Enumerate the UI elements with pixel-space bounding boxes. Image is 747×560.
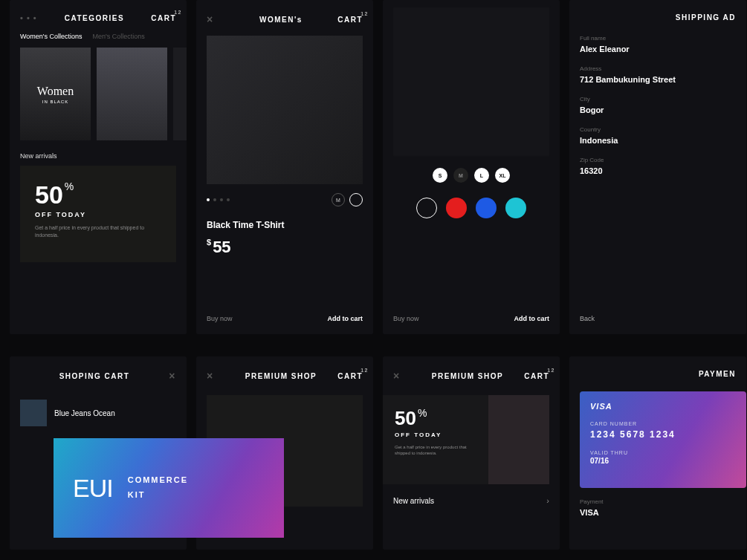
chevron-right-icon: › <box>546 496 549 505</box>
category-card[interactable]: Women IN BLACK <box>20 48 91 140</box>
cart-count-badge: 12 <box>547 368 555 373</box>
panel-title: SHOPING CART <box>42 372 146 380</box>
premium-shop-panel: × PREMIUM SHOP CART12 50% OFF TODAY Get … <box>383 356 560 550</box>
promo-description: Get a half price in every product that s… <box>35 224 161 239</box>
payment-value[interactable]: VISA <box>580 508 736 517</box>
field-label: Zip Code <box>580 157 736 163</box>
cart-link[interactable]: CART12 <box>333 16 363 24</box>
promo-number: 50 <box>35 180 63 209</box>
size-option[interactable]: M <box>332 193 345 206</box>
cart-link[interactable]: CART12 <box>146 14 176 22</box>
card-number: 1234 5678 1234 <box>590 429 736 440</box>
cart-item-thumb <box>20 400 47 426</box>
category-card[interactable] <box>97 48 167 140</box>
add-to-cart-button[interactable]: Add to cart <box>514 315 549 322</box>
promo-banner[interactable]: 50% OFF TODAY Get a half price in every … <box>20 166 176 262</box>
color-swatch[interactable] <box>505 198 526 218</box>
color-selector <box>383 192 560 224</box>
buy-now-button[interactable]: Buy now <box>207 315 327 322</box>
eui-brand-overlay: EUI COMMERCE KIT <box>54 438 284 538</box>
back-button[interactable]: Back <box>569 303 746 334</box>
panel-title: CATEGORIES <box>42 14 146 22</box>
new-arrivals-label: New arrivals <box>10 140 187 166</box>
variant-panel: S M L XL Buy now Add to cart <box>383 0 560 334</box>
category-card[interactable] <box>173 48 187 140</box>
card-brand: VISA <box>590 402 736 411</box>
field-value[interactable]: Bogor <box>580 105 736 114</box>
size-option[interactable]: XL <box>495 168 510 183</box>
close-icon[interactable]: × <box>146 370 176 382</box>
categories-panel: • • • CATEGORIES CART12 Women's Collecti… <box>10 0 187 334</box>
buy-now-button[interactable]: Buy now <box>393 315 514 322</box>
field-value[interactable]: 16320 <box>580 166 736 175</box>
promo-percent: % <box>418 407 427 419</box>
promo-percent: % <box>65 180 74 192</box>
field-label: City <box>580 96 736 102</box>
menu-icon[interactable]: • • • <box>20 13 42 22</box>
cart-count-badge: 12 <box>360 11 369 16</box>
field-value[interactable]: 712 Bambukuning Street <box>580 75 736 84</box>
panel-title: SHIPPING AD <box>602 13 736 22</box>
field-label: Address <box>580 65 736 72</box>
field-label: Country <box>580 126 736 133</box>
new-arrivals-link[interactable]: New arrivals › <box>383 484 560 517</box>
promo-number: 50 <box>395 407 416 430</box>
card-number-label: CARD NUMBER <box>590 421 736 426</box>
product-price: $55 <box>196 235 373 260</box>
promo-banner[interactable]: 50% OFF TODAY Get a half price in every … <box>383 395 549 484</box>
field-value[interactable]: Indonesia <box>580 136 736 145</box>
size-option[interactable]: S <box>433 168 447 183</box>
panel-title: PAYMEN <box>602 370 736 378</box>
product-image[interactable] <box>207 36 363 184</box>
payment-panel: PAYMEN VISA CARD NUMBER 1234 5678 1234 V… <box>569 356 746 550</box>
product-image-blurred <box>393 7 549 156</box>
cart-item-name: Blue Jeans Ocean <box>54 409 115 417</box>
product-name: Black Time T-Shirt <box>196 215 373 235</box>
add-to-cart-button[interactable]: Add to cart <box>327 315 363 322</box>
close-icon[interactable]: × <box>207 370 229 382</box>
promo-description: Get a half price in every product that s… <box>395 444 476 457</box>
valid-thru-value: 07/16 <box>590 457 736 465</box>
size-selector: S M L XL <box>383 156 560 192</box>
cart-link[interactable]: CART12 <box>333 372 363 380</box>
cart-item[interactable]: Blue Jeans Ocean <box>10 392 187 434</box>
panel-title: PREMIUM SHOP <box>229 372 333 380</box>
tab-womens[interactable]: Women's Collections <box>20 33 83 40</box>
category-subtitle: IN BLACK <box>42 100 68 104</box>
panel-title: PREMIUM SHOP <box>415 372 520 380</box>
promo-subtitle: OFF TODAY <box>395 432 476 438</box>
cart-count-badge: 12 <box>360 368 369 373</box>
payment-label: Payment <box>580 498 736 505</box>
panel-title: WOMEN's <box>229 16 333 24</box>
shipping-panel: SHIPPING AD Full nameAlex Eleanor Addres… <box>569 0 746 334</box>
color-swatch[interactable] <box>446 198 467 218</box>
image-pager[interactable] <box>207 198 230 201</box>
valid-thru-label: VALID THRU <box>590 450 736 455</box>
field-label: Full name <box>580 35 736 42</box>
promo-subtitle: OFF TODAY <box>35 211 161 218</box>
close-icon[interactable]: × <box>393 370 415 382</box>
size-option[interactable]: M <box>453 168 468 183</box>
close-icon[interactable]: × <box>207 13 229 25</box>
eui-logo: EUI <box>73 474 113 503</box>
tab-mens[interactable]: Men's Collections <box>93 33 145 40</box>
field-value[interactable]: Alex Eleanor <box>580 45 736 53</box>
cart-link[interactable]: CART12 <box>520 372 549 380</box>
color-swatch[interactable] <box>476 198 497 218</box>
credit-card[interactable]: VISA CARD NUMBER 1234 5678 1234 VALID TH… <box>580 391 746 488</box>
size-option-selected[interactable] <box>349 193 363 206</box>
eui-text-line: KIT <box>128 488 188 503</box>
promo-image <box>488 395 549 484</box>
product-panel: × WOMEN's CART12 M Black Time T-Shirt $5… <box>196 0 373 334</box>
cart-count-badge: 12 <box>174 10 182 15</box>
category-title: Women <box>37 85 74 98</box>
size-option[interactable]: L <box>474 168 489 183</box>
eui-text-line: COMMERCE <box>128 473 188 488</box>
color-swatch[interactable] <box>416 198 437 218</box>
